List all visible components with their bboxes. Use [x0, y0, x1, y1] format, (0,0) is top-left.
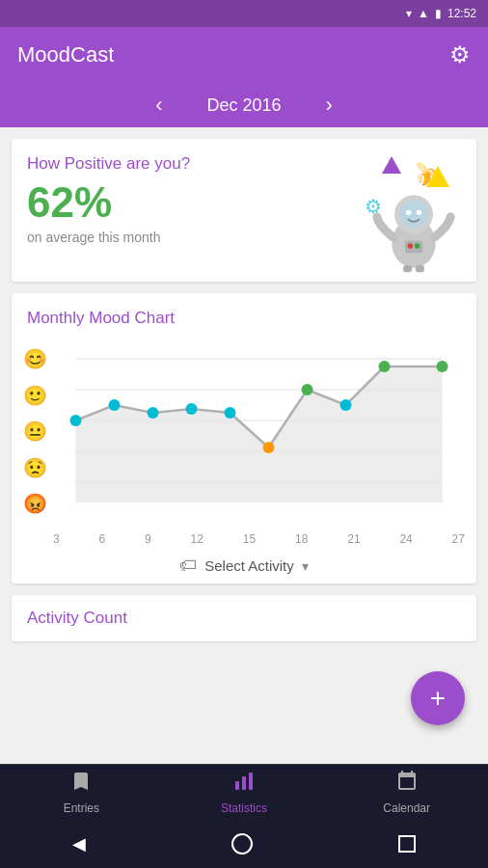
svg-point-19	[186, 403, 198, 415]
prev-month-button[interactable]: ‹	[149, 87, 168, 123]
svg-point-3	[406, 210, 411, 215]
x-label-24: 24	[399, 532, 412, 546]
svg-point-25	[437, 361, 448, 372]
status-bar: ▾ ▲ ▮ 12:52	[0, 0, 488, 27]
emoji-good: 🙂	[23, 380, 47, 411]
svg-rect-5	[405, 240, 422, 253]
bottom-nav: Entries Statistics Calendar	[0, 764, 488, 820]
emoji-neutral: 😐	[23, 416, 47, 447]
clock: 12:52	[447, 7, 476, 20]
emoji-axis: 😊 🙂 😐 😟 😡	[23, 343, 47, 546]
home-button[interactable]	[231, 833, 253, 854]
svg-point-20	[225, 407, 236, 419]
activity-count-card: Activity Count	[12, 595, 476, 641]
svg-rect-9	[416, 265, 424, 272]
statistics-nav-icon	[232, 770, 256, 799]
calendar-nav-label: Calendar	[383, 801, 430, 815]
x-label-3: 3	[53, 532, 60, 546]
tag-icon: 🏷	[179, 556, 197, 576]
svg-point-6	[408, 243, 413, 248]
svg-point-17	[109, 399, 121, 411]
svg-marker-15	[76, 366, 443, 502]
x-label-15: 15	[243, 532, 256, 546]
x-label-21: 21	[347, 532, 360, 546]
add-entry-fab[interactable]: +	[411, 671, 465, 725]
activity-dropdown-arrow: ▾	[302, 558, 309, 574]
svg-point-18	[148, 407, 159, 419]
emoji-bad: 😟	[23, 452, 47, 483]
settings-icon[interactable]: ⚙	[449, 41, 471, 68]
x-label-12: 12	[191, 532, 203, 546]
svg-point-24	[379, 361, 391, 372]
svg-rect-27	[242, 776, 246, 790]
back-button[interactable]: ◀	[72, 833, 86, 854]
svg-point-23	[340, 399, 352, 411]
wifi-icon: ▾	[406, 7, 412, 20]
nav-item-calendar[interactable]: Calendar	[325, 770, 488, 815]
svg-rect-28	[249, 773, 253, 790]
fab-plus-icon: +	[430, 685, 446, 712]
statistics-nav-label: Statistics	[221, 801, 267, 815]
android-nav: ◀	[0, 820, 488, 868]
month-label: Dec 2016	[206, 95, 281, 116]
activity-count-title: Activity Count	[27, 609, 461, 628]
svg-rect-8	[403, 265, 412, 272]
emoji-great: 😊	[23, 343, 47, 374]
positivity-card: How Positive are you? 62% on average thi…	[12, 139, 476, 282]
recents-button[interactable]	[398, 835, 416, 853]
main-content: How Positive are you? 62% on average thi…	[0, 127, 488, 665]
activity-label: Select Activity	[204, 557, 294, 574]
astronaut-illustration: 🍌 ⚙ ⚙	[341, 149, 467, 274]
svg-point-22	[302, 384, 313, 395]
svg-point-2	[399, 201, 427, 229]
chart-wrapper: 3 6 9 12 15 18 21 24 27	[53, 343, 465, 546]
deco-triangle-purple	[382, 156, 401, 174]
x-label-27: 27	[452, 532, 465, 546]
app-title: MoodCast	[17, 42, 114, 68]
chart-title: Monthly Mood Chart	[23, 309, 465, 328]
mood-chart-card: Monthly Mood Chart 😊 🙂 😐 😟 😡	[12, 293, 476, 583]
astronaut-svg	[366, 177, 462, 274]
month-nav: ‹ Dec 2016 ›	[0, 83, 488, 127]
emoji-terrible: 😡	[23, 488, 47, 519]
svg-point-21	[263, 442, 275, 453]
svg-point-4	[417, 210, 421, 215]
x-label-6: 6	[99, 532, 106, 546]
svg-point-16	[70, 415, 82, 426]
battery-icon: ▮	[435, 7, 442, 20]
calendar-nav-icon	[395, 770, 419, 799]
svg-rect-26	[235, 781, 239, 790]
app-bar: MoodCast ⚙	[0, 27, 488, 83]
entries-nav-icon	[69, 770, 93, 799]
x-label-9: 9	[145, 532, 151, 546]
nav-item-entries[interactable]: Entries	[0, 770, 163, 815]
next-month-button[interactable]: ›	[320, 87, 339, 123]
x-axis-labels: 3 6 9 12 15 18 21 24 27	[53, 530, 465, 546]
nav-item-statistics[interactable]: Statistics	[163, 770, 326, 815]
status-bar-right: ▾ ▲ ▮ 12:52	[406, 7, 476, 20]
chart-area: 😊 🙂 😐 😟 😡	[23, 343, 465, 546]
activity-selector[interactable]: 🏷 Select Activity ▾	[23, 556, 465, 576]
x-label-18: 18	[295, 532, 308, 546]
entries-nav-label: Entries	[64, 801, 99, 815]
mood-chart-svg	[53, 343, 465, 527]
signal-icon: ▲	[418, 7, 429, 20]
svg-point-7	[415, 243, 420, 248]
